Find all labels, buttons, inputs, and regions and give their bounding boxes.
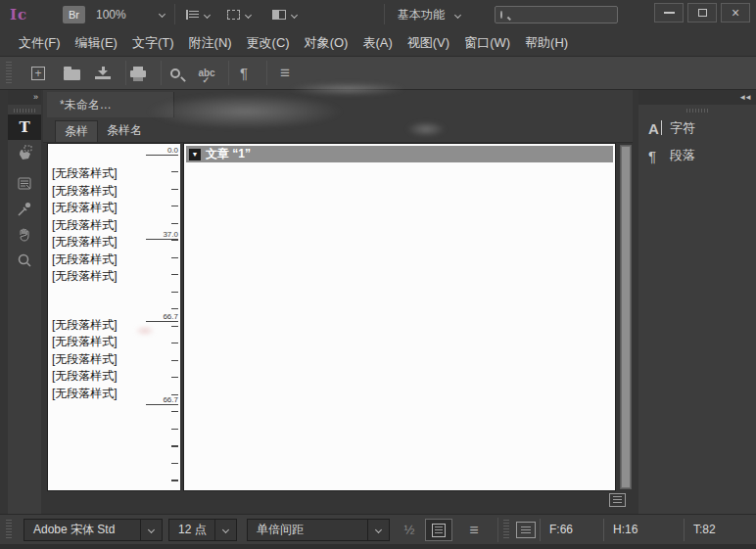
style-row[interactable]: [无段落样式] (48, 368, 145, 386)
font-size-dropdown[interactable]: 12 点 (168, 519, 237, 541)
zoom-tool[interactable] (8, 248, 41, 273)
minimize-button[interactable] (654, 3, 684, 23)
view-tab-second[interactable]: 条样名 (98, 120, 151, 142)
style-column: [无段落样式] [无段落样式] [无段落样式] [无段落样式] [无段落样式] … (47, 143, 180, 491)
panel-character[interactable]: A 字符 (638, 114, 756, 142)
menu-notes[interactable]: 附注(N) (182, 29, 239, 57)
tools-panel: » T (8, 90, 41, 514)
galley-info-toggle-button[interactable] (425, 519, 452, 541)
style-row[interactable]: [无段落样式] (48, 200, 145, 217)
leading-dropdown[interactable]: 单倍间距 (247, 519, 390, 541)
style-row[interactable]: [无段落样式] (48, 217, 145, 235)
menu-bar: 文件(F) 编辑(E) 文字(T) 附注(N) 更改(C) 对象(O) 表(A)… (0, 29, 756, 57)
chevron-down-icon (204, 11, 211, 18)
print-button[interactable] (123, 57, 153, 89)
story-area[interactable]: ▼ 文章 “1” (183, 143, 616, 491)
line-spacing-button[interactable]: ½ (400, 519, 419, 541)
statusbar-grip[interactable] (6, 520, 12, 540)
type-tool[interactable]: T (8, 114, 41, 140)
scrollbar-thumb[interactable] (621, 146, 631, 488)
workspace: » T (0, 90, 756, 514)
font-family-dropdown[interactable]: Adobe 宋体 Std (24, 519, 163, 541)
workspace-switcher-label: 基本功能 (398, 8, 445, 22)
position-tool[interactable] (8, 140, 41, 165)
chevron-down-icon (245, 11, 252, 18)
menu-view[interactable]: 视图(V) (401, 29, 456, 57)
menu-type[interactable]: 文字(T) (125, 29, 181, 57)
toolbar-menu-button[interactable]: ≡ (270, 57, 300, 89)
vertical-scrollbar[interactable] (620, 145, 632, 489)
incopy-logo: Ic (10, 6, 27, 23)
story-header[interactable]: ▼ 文章 “1” (186, 146, 613, 162)
workspace-switcher[interactable]: 基本功能 (398, 6, 460, 23)
menu-object[interactable]: 对象(O) (298, 29, 355, 57)
style-row[interactable]: [无段落样式] (48, 334, 145, 351)
maximize-icon (698, 9, 707, 17)
search-input[interactable] (502, 8, 653, 22)
zoom-level-dropdown[interactable]: 100% (96, 6, 165, 23)
stats-grip[interactable] (503, 520, 509, 540)
search-button[interactable] (161, 57, 190, 89)
copyfit-info-icon (516, 522, 536, 538)
panel-paragraph[interactable]: ¶ 段落 (638, 142, 756, 169)
eyedropper-tool[interactable] (8, 197, 41, 222)
style-row[interactable]: [无段落样式] (48, 252, 145, 269)
style-row[interactable]: [无段落样式] (48, 234, 145, 252)
view-options-dropdown[interactable] (186, 6, 210, 23)
menu-help[interactable]: 帮助(H) (518, 29, 575, 57)
collapse-triangle-icon[interactable]: ▼ (189, 149, 201, 160)
galley-view: [无段落样式] [无段落样式] [无段落样式] [无段落样式] [无段落样式] … (43, 143, 633, 491)
menu-edit[interactable]: 编辑(E) (69, 29, 124, 57)
menu-changes[interactable]: 更改(C) (240, 29, 297, 57)
frame-edges-dropdown[interactable] (227, 6, 251, 23)
hand-tool[interactable] (8, 222, 41, 248)
dock-grip[interactable] (686, 109, 708, 113)
hamburger-icon: ≡ (280, 64, 290, 83)
view-tab-bar: 条样 条样名 (43, 117, 633, 143)
hamburger-icon: ≡ (469, 522, 478, 539)
style-row[interactable]: [无段落样式] (48, 317, 145, 335)
close-button[interactable]: × (721, 3, 750, 23)
hidden-characters-button[interactable]: ¶ (229, 57, 259, 89)
document-region: *未命名… 条样 条样名 [无段落样式] [无段落样式] [无段落样式] [无段… (43, 90, 633, 514)
chevron-down-icon (291, 11, 298, 18)
document-tab-bar: *未命名… (43, 90, 633, 117)
ruler-label: 0.0 (146, 146, 178, 156)
maximize-button[interactable] (687, 3, 717, 23)
open-button[interactable] (57, 57, 86, 89)
stat-t: T:82 (684, 519, 744, 541)
menu-table[interactable]: 表(A) (355, 29, 399, 57)
document-tab-untitled[interactable]: *未命名… (47, 92, 174, 117)
style-row[interactable]: [无段落样式] (48, 386, 145, 403)
dock-collapse-button[interactable]: ◄◄ (638, 90, 756, 105)
toolbar-grip[interactable] (6, 62, 12, 85)
save-content-icon (95, 67, 111, 79)
story-overset-indicator-icon (609, 493, 626, 507)
tools-expand-button[interactable]: » (8, 90, 41, 105)
tools-grip[interactable] (14, 109, 35, 113)
chevron-down-icon (454, 12, 461, 19)
view-tab-galley[interactable]: 条样 (55, 120, 98, 142)
style-row[interactable]: [无段落样式] (48, 351, 145, 369)
paragraph-icon: ¶ (648, 148, 670, 164)
divider (497, 518, 498, 542)
screen-mode-dropdown[interactable] (272, 6, 297, 23)
style-row[interactable]: [无段落样式] (48, 165, 145, 183)
bridge-button[interactable]: Br (63, 6, 85, 23)
menu-window[interactable]: 窗口(W) (457, 29, 517, 57)
note-tool[interactable] (8, 171, 41, 197)
style-row[interactable]: [无段落样式] (48, 183, 145, 201)
frame-edges-icon (227, 10, 240, 20)
stat-h: H:16 (603, 519, 664, 541)
style-row[interactable]: [无段落样式] (48, 268, 145, 286)
new-document-button[interactable]: + (24, 57, 53, 89)
statusbar-menu-button[interactable]: ≡ (462, 519, 486, 541)
search-box (495, 6, 618, 23)
save-content-button[interactable] (88, 57, 118, 89)
title-bar: Ic Br 100% 基本功能 × (0, 0, 756, 29)
close-icon: × (732, 6, 739, 20)
page-lines-icon (613, 496, 622, 504)
spellcheck-button[interactable]: abc✓ (192, 57, 221, 89)
window-bottom-edge (0, 544, 756, 549)
menu-file[interactable]: 文件(F) (12, 29, 68, 57)
